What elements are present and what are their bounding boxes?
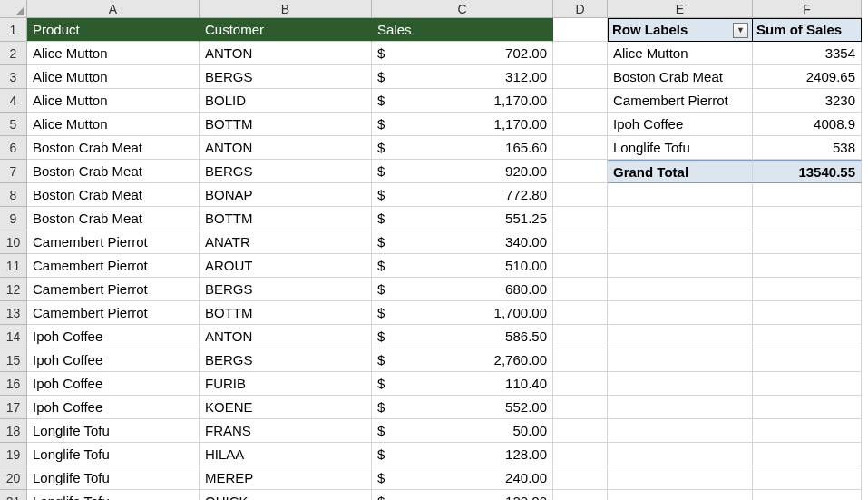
cell-d-4[interactable] bbox=[553, 89, 608, 113]
cell-sales[interactable]: $2,760.00 bbox=[372, 348, 553, 372]
cell-d-9[interactable] bbox=[553, 207, 608, 230]
cell-f-15[interactable] bbox=[753, 348, 862, 372]
cell-product[interactable]: Camembert Pierrot bbox=[27, 230, 200, 254]
cell-e-18[interactable] bbox=[608, 419, 753, 443]
cell-e-17[interactable] bbox=[608, 396, 753, 419]
row-header-7[interactable]: 7 bbox=[0, 160, 27, 183]
row-header-9[interactable]: 9 bbox=[0, 207, 27, 230]
cell-f-14[interactable] bbox=[753, 325, 862, 348]
col-header-E[interactable]: E bbox=[608, 0, 753, 18]
cell-e-16[interactable] bbox=[608, 372, 753, 396]
cell-e-10[interactable] bbox=[608, 230, 753, 254]
row-header-18[interactable]: 18 bbox=[0, 419, 27, 443]
cell-sales[interactable]: $128.00 bbox=[372, 443, 553, 466]
cell-product[interactable]: Longlife Tofu bbox=[27, 419, 200, 443]
cell-f-19[interactable] bbox=[753, 443, 862, 466]
cell-product[interactable]: Longlife Tofu bbox=[27, 443, 200, 466]
cell-sales[interactable]: $510.00 bbox=[372, 254, 553, 278]
pivot-item-label[interactable]: Camembert Pierrot bbox=[608, 89, 753, 113]
cell-sales[interactable]: $552.00 bbox=[372, 396, 553, 419]
pivot-item-value[interactable]: 538 bbox=[753, 136, 862, 160]
cell-sales[interactable]: $50.00 bbox=[372, 419, 553, 443]
cell-sales[interactable]: $586.50 bbox=[372, 325, 553, 348]
pivot-item-value[interactable]: 3354 bbox=[753, 42, 862, 65]
cell-d-12[interactable] bbox=[553, 278, 608, 301]
cell-customer[interactable]: KOENE bbox=[200, 396, 372, 419]
cell-product[interactable]: Ipoh Coffee bbox=[27, 348, 200, 372]
cell-f-10[interactable] bbox=[753, 230, 862, 254]
row-header-2[interactable]: 2 bbox=[0, 42, 27, 65]
cell-customer[interactable]: BERGS bbox=[200, 160, 372, 183]
cell-e-13[interactable] bbox=[608, 301, 753, 325]
cell-d-15[interactable] bbox=[553, 348, 608, 372]
row-header-11[interactable]: 11 bbox=[0, 254, 27, 278]
cell-d-14[interactable] bbox=[553, 325, 608, 348]
row-header-1[interactable]: 1 bbox=[0, 18, 27, 42]
cell-sales[interactable]: $1,170.00 bbox=[372, 113, 553, 136]
col-header-D[interactable]: D bbox=[553, 0, 608, 18]
cell-product[interactable]: Ipoh Coffee bbox=[27, 396, 200, 419]
cell-e-9[interactable] bbox=[608, 207, 753, 230]
cell-customer[interactable]: BERGS bbox=[200, 348, 372, 372]
cell-f-20[interactable] bbox=[753, 466, 862, 490]
cell-product[interactable]: Boston Crab Meat bbox=[27, 160, 200, 183]
cell-f-21[interactable] bbox=[753, 490, 862, 500]
cell-d-21[interactable] bbox=[553, 490, 608, 500]
spreadsheet-grid[interactable]: ABCDEF1ProductCustomerSalesRow Labels▼Su… bbox=[0, 0, 868, 500]
cell-product[interactable]: Longlife Tofu bbox=[27, 466, 200, 490]
cell-e-11[interactable] bbox=[608, 254, 753, 278]
cell-sales[interactable]: $551.25 bbox=[372, 207, 553, 230]
cell-sales[interactable]: $165.60 bbox=[372, 136, 553, 160]
row-header-15[interactable]: 15 bbox=[0, 348, 27, 372]
cell-sales[interactable]: $702.00 bbox=[372, 42, 553, 65]
cell-d-1[interactable] bbox=[553, 18, 608, 42]
cell-d-19[interactable] bbox=[553, 443, 608, 466]
cell-product[interactable]: Camembert Pierrot bbox=[27, 278, 200, 301]
cell-sales[interactable]: $240.00 bbox=[372, 466, 553, 490]
cell-d-7[interactable] bbox=[553, 160, 608, 183]
cell-e-14[interactable] bbox=[608, 325, 753, 348]
cell-e-15[interactable] bbox=[608, 348, 753, 372]
cell-product[interactable]: Alice Mutton bbox=[27, 42, 200, 65]
pivot-row-labels-header[interactable]: Row Labels▼ bbox=[608, 18, 753, 42]
cell-customer[interactable]: HILAA bbox=[200, 443, 372, 466]
cell-product[interactable]: Alice Mutton bbox=[27, 89, 200, 113]
cell-product[interactable]: Alice Mutton bbox=[27, 113, 200, 136]
cell-customer[interactable]: ANATR bbox=[200, 230, 372, 254]
cell-d-13[interactable] bbox=[553, 301, 608, 325]
pivot-item-label[interactable]: Ipoh Coffee bbox=[608, 113, 753, 136]
cell-sales[interactable]: $772.80 bbox=[372, 183, 553, 207]
row-header-12[interactable]: 12 bbox=[0, 278, 27, 301]
cell-sales[interactable]: $680.00 bbox=[372, 278, 553, 301]
cell-d-5[interactable] bbox=[553, 113, 608, 136]
cell-d-18[interactable] bbox=[553, 419, 608, 443]
cell-product[interactable]: Alice Mutton bbox=[27, 65, 200, 89]
cell-d-8[interactable] bbox=[553, 183, 608, 207]
row-header-8[interactable]: 8 bbox=[0, 183, 27, 207]
cell-customer[interactable]: FRANS bbox=[200, 419, 372, 443]
cell-product[interactable]: Ipoh Coffee bbox=[27, 325, 200, 348]
row-header-4[interactable]: 4 bbox=[0, 89, 27, 113]
cell-e-21[interactable] bbox=[608, 490, 753, 500]
cell-product[interactable]: Boston Crab Meat bbox=[27, 207, 200, 230]
row-header-19[interactable]: 19 bbox=[0, 443, 27, 466]
cell-product[interactable]: Boston Crab Meat bbox=[27, 136, 200, 160]
cell-f-16[interactable] bbox=[753, 372, 862, 396]
row-header-10[interactable]: 10 bbox=[0, 230, 27, 254]
pivot-item-value[interactable]: 4008.9 bbox=[753, 113, 862, 136]
cell-e-19[interactable] bbox=[608, 443, 753, 466]
cell-f-9[interactable] bbox=[753, 207, 862, 230]
pivot-item-value[interactable]: 3230 bbox=[753, 89, 862, 113]
cell-customer[interactable]: FURIB bbox=[200, 372, 372, 396]
cell-e-8[interactable] bbox=[608, 183, 753, 207]
cell-f-13[interactable] bbox=[753, 301, 862, 325]
cell-f-18[interactable] bbox=[753, 419, 862, 443]
cell-e-12[interactable] bbox=[608, 278, 753, 301]
cell-customer[interactable]: MEREP bbox=[200, 466, 372, 490]
pivot-grand-total-value[interactable]: 13540.55 bbox=[753, 160, 862, 183]
pivot-filter-dropdown[interactable]: ▼ bbox=[733, 23, 748, 38]
cell-customer[interactable]: BERGS bbox=[200, 278, 372, 301]
cell-d-20[interactable] bbox=[553, 466, 608, 490]
cell-d-3[interactable] bbox=[553, 65, 608, 89]
cell-sales[interactable]: $1,170.00 bbox=[372, 89, 553, 113]
